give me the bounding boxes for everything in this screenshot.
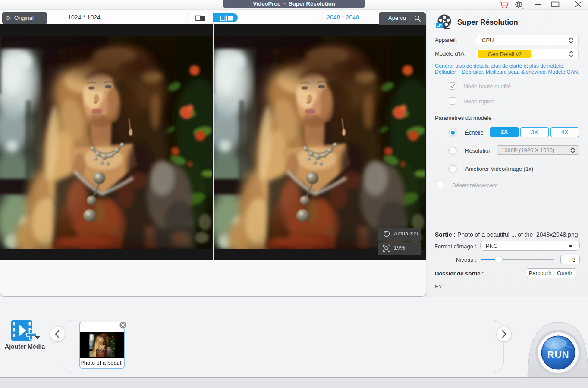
svg-text:RUN: RUN bbox=[547, 349, 569, 360]
